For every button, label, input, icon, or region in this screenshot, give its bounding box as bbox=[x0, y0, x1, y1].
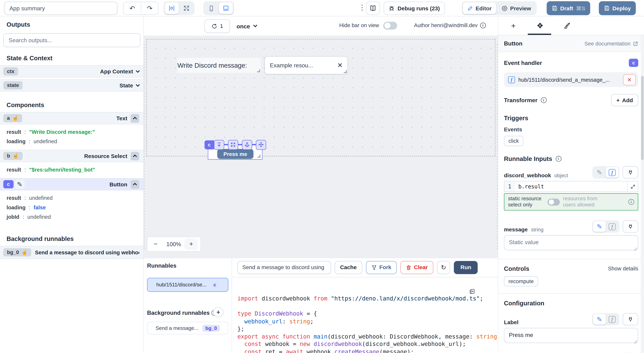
button-component[interactable]: Press me bbox=[217, 149, 253, 159]
textarea-resize-handle[interactable] bbox=[634, 340, 637, 344]
copy-code-button[interactable] bbox=[469, 288, 475, 294]
runnable-item-selected[interactable]: hub/1511/discord/se... c bbox=[147, 278, 228, 292]
add-transformer-button[interactable]: + Add bbox=[611, 94, 638, 106]
fullscreen-layout-button[interactable] bbox=[180, 2, 194, 14]
collapse-button[interactable] bbox=[131, 152, 139, 160]
fork-button[interactable]: Fork bbox=[366, 261, 397, 274]
center-layout-button[interactable] bbox=[165, 2, 179, 14]
resize-handle[interactable] bbox=[258, 155, 260, 158]
info-icon[interactable]: i bbox=[628, 199, 634, 205]
panel-resizer-left[interactable] bbox=[144, 44, 144, 249]
code-panel: Cache Fork Clear ↻ Run import discordweb… bbox=[232, 258, 498, 353]
message-static-input[interactable] bbox=[504, 235, 638, 250]
resize-handle[interactable] bbox=[344, 70, 347, 73]
static-mode-button[interactable]: ✎ bbox=[593, 314, 606, 325]
info-icon[interactable]: i bbox=[556, 156, 561, 161]
save-icon bbox=[552, 5, 557, 11]
move-button[interactable] bbox=[256, 140, 266, 150]
anchor-button[interactable] bbox=[242, 140, 252, 150]
docs-button[interactable] bbox=[366, 2, 380, 15]
state-row[interactable]: state State bbox=[0, 79, 143, 92]
tab-editor[interactable]: Editor bbox=[463, 2, 496, 14]
component-c-type: Button bbox=[110, 181, 127, 187]
scrollbar-thumb[interactable] bbox=[641, 76, 644, 160]
search-outputs-input[interactable] bbox=[3, 33, 140, 47]
text-component[interactable]: Write Discord message: bbox=[178, 58, 261, 73]
undo-button[interactable]: ↶ bbox=[124, 2, 141, 15]
recompute-chip[interactable]: recompute bbox=[504, 276, 538, 287]
deploy-button[interactable]: Deploy bbox=[599, 1, 636, 15]
app-canvas[interactable]: Write Discord message: Example resou... … bbox=[144, 36, 498, 258]
plug-button[interactable] bbox=[623, 220, 638, 233]
redo-button[interactable]: ↷ bbox=[141, 2, 158, 15]
connect-mode-button[interactable]: f bbox=[606, 167, 618, 178]
collapse-button[interactable] bbox=[131, 114, 139, 123]
resource-select-component[interactable]: Example resou... ✕ bbox=[264, 56, 348, 74]
run-button[interactable]: Run bbox=[454, 261, 478, 274]
resource-mode-toggle[interactable] bbox=[548, 198, 560, 205]
plug-button[interactable] bbox=[623, 166, 638, 179]
reload-code-button[interactable]: ↻ bbox=[437, 261, 450, 274]
tab-component-settings[interactable]: ❖ bbox=[535, 21, 545, 30]
add-bg-runnable-button[interactable]: + bbox=[213, 307, 224, 317]
plug-button[interactable] bbox=[623, 313, 638, 326]
static-mode-button[interactable]: ✎ bbox=[593, 221, 606, 232]
prop-key: result bbox=[7, 195, 21, 201]
chevron-down-icon[interactable] bbox=[136, 69, 140, 73]
tab-styling[interactable] bbox=[562, 22, 572, 29]
settings-tabs: + ❖ bbox=[498, 16, 644, 35]
bg-runnable-item[interactable]: Send a message... bg_0 bbox=[147, 322, 228, 335]
more-menu-button[interactable]: ⋮ bbox=[358, 3, 366, 12]
schedule-dropdown[interactable]: once bbox=[233, 19, 260, 33]
component-row-b[interactable]: b☝ Resource Select bbox=[0, 150, 143, 162]
code-editor[interactable]: import discordwebhook from "https://deno… bbox=[232, 277, 498, 353]
function-icon: f bbox=[609, 316, 616, 323]
pencil-icon: ✎ bbox=[597, 168, 602, 176]
dock-down-button[interactable] bbox=[214, 140, 224, 150]
input-mode-toggle: ✎ f bbox=[592, 313, 620, 326]
clear-selection-icon[interactable]: ✕ bbox=[338, 61, 342, 69]
show-details-link[interactable]: Show details bbox=[608, 266, 638, 272]
connect-mode-button[interactable]: f bbox=[606, 314, 618, 325]
connect-mode-button[interactable]: f bbox=[606, 221, 618, 232]
clear-button[interactable]: Clear bbox=[400, 261, 433, 274]
ctx-row[interactable]: ctx App Context bbox=[0, 65, 143, 77]
collapse-button[interactable] bbox=[131, 180, 139, 189]
runnable-item-label: hub/1511/discord/se... bbox=[156, 282, 206, 288]
device-toggle-group bbox=[203, 1, 234, 15]
label-value-input[interactable]: Press me bbox=[504, 328, 638, 343]
textarea-resize-handle[interactable] bbox=[634, 247, 637, 251]
static-mode-button[interactable]: ✎ bbox=[593, 167, 606, 178]
expand-component-button[interactable] bbox=[228, 140, 238, 150]
draft-button[interactable]: Draft ⌘S bbox=[547, 1, 590, 15]
info-icon[interactable]: i bbox=[480, 22, 486, 28]
chevron-down-icon[interactable] bbox=[136, 83, 140, 87]
mobile-view-button[interactable] bbox=[204, 2, 218, 14]
component-row-a[interactable]: a☝ Text bbox=[0, 112, 143, 124]
expression-editor[interactable]: 1 b.result bbox=[504, 181, 638, 192]
canvas-grid[interactable]: Write Discord message: Example resou... … bbox=[146, 39, 496, 156]
app-summary-input[interactable] bbox=[4, 2, 118, 15]
zoom-in-button[interactable]: + bbox=[184, 239, 198, 250]
zoom-out-button[interactable]: − bbox=[148, 241, 164, 248]
runnable-name-input[interactable] bbox=[238, 261, 331, 274]
resize-handle[interactable] bbox=[257, 69, 260, 72]
cache-button[interactable]: Cache bbox=[335, 261, 362, 274]
expand-editor-button[interactable] bbox=[627, 181, 638, 192]
see-documentation-link[interactable]: See documentation bbox=[584, 40, 638, 46]
edit-id-button[interactable]: ✎ bbox=[15, 180, 25, 189]
debug-runs-button[interactable]: Debug runs (23) bbox=[384, 2, 445, 15]
event-handler-chip[interactable]: f hub/1511/discord/send_a_message_... ✕ bbox=[504, 72, 638, 87]
prop-value: false bbox=[34, 204, 46, 211]
tab-insert-component[interactable]: + bbox=[508, 21, 518, 30]
hide-bar-toggle[interactable] bbox=[383, 22, 397, 29]
event-click-chip[interactable]: click bbox=[504, 136, 523, 146]
tab-preview[interactable]: Preview bbox=[497, 2, 536, 14]
desktop-view-button[interactable] bbox=[219, 2, 233, 14]
background-runnable-row[interactable]: bg_0☝ Send a message to discord using we… bbox=[0, 246, 143, 259]
remove-handler-button[interactable]: ✕ bbox=[623, 74, 636, 85]
component-header: Button See documentation bbox=[498, 35, 644, 52]
info-icon[interactable]: i bbox=[541, 97, 546, 103]
refresh-count-button[interactable]: 1 bbox=[204, 19, 230, 33]
component-row-c[interactable]: c ✎ Button bbox=[0, 178, 143, 190]
